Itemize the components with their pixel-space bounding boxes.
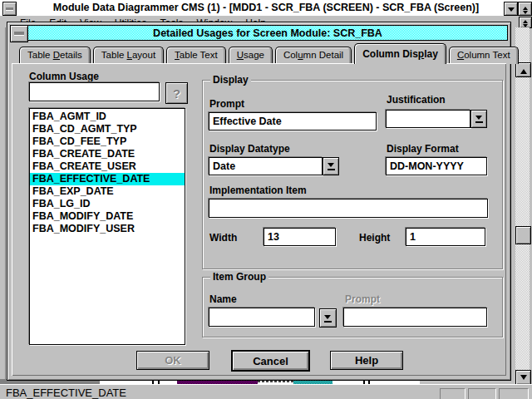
restore-icon: [523, 4, 528, 10]
tab-column-detail[interactable]: Column Detail: [275, 47, 352, 64]
display-datatype-dropdown-button[interactable]: [323, 157, 339, 175]
display-format-input[interactable]: [386, 157, 487, 175]
height-input[interactable]: [406, 228, 485, 246]
minimize-button[interactable]: [504, 2, 518, 16]
implementation-item-label: Implementation Item: [209, 185, 307, 196]
status-panel: [440, 388, 466, 399]
chevron-down-icon: [475, 115, 483, 123]
tab-panel-column-display: Column Usage ? FBA_AGMT_ID FBA_CD_AGMT_T…: [12, 63, 506, 376]
justification-combobox[interactable]: [386, 110, 487, 128]
scrollbar-thumb[interactable]: [515, 226, 531, 244]
column-usage-item[interactable]: FBA_AGMT_ID: [30, 111, 185, 123]
column-usage-item[interactable]: FBA_CD_AGMT_TYP: [30, 123, 185, 135]
column-usage-item[interactable]: FBA_CD_FEE_TYP: [30, 135, 185, 148]
item-group-prompt-input[interactable]: [343, 308, 487, 327]
scroll-down-icon: [520, 375, 527, 382]
tab-table-details[interactable]: Table Details: [19, 47, 91, 64]
chevron-down-icon: [328, 162, 335, 170]
item-group-legend: Item Group: [210, 271, 268, 283]
tab-column-display[interactable]: Column Display: [354, 43, 446, 64]
column-usage-item[interactable]: FBA_LG_ID: [30, 198, 185, 210]
vertical-scrollbar[interactable]: [515, 27, 530, 384]
display-datatype-value[interactable]: [209, 157, 323, 175]
prompt-label: Prompt: [209, 98, 244, 110]
question-mark-icon: ?: [173, 86, 180, 101]
status-bar: FBA_EFFECTIVE_DATE: [0, 384, 532, 399]
help-button[interactable]: Help: [330, 351, 403, 370]
prompt-input[interactable]: [209, 112, 377, 131]
mdi-window-frame: [0, 27, 6, 384]
dialog-system-menu-button[interactable]: [10, 25, 28, 42]
chevron-down-icon: [324, 314, 332, 323]
dialog-title: Detailed Usages for Screen Module: SCR_F…: [28, 27, 507, 39]
display-datatype-label: Display Datatype: [209, 143, 290, 155]
implementation-item-input[interactable]: [209, 199, 488, 218]
display-datatype-combobox[interactable]: [209, 157, 339, 175]
tab-table-layout[interactable]: Table Layout: [93, 47, 164, 64]
justification-value[interactable]: [386, 110, 470, 128]
dialog-titlebar: Detailed Usages for Screen Module: SCR_F…: [10, 25, 508, 41]
column-usage-item[interactable]: FBA_EXP_DATE: [30, 185, 185, 198]
item-group-prompt-label: Prompt: [345, 293, 380, 305]
item-group-name-dropdown-button[interactable]: [319, 308, 337, 328]
restore-button[interactable]: [518, 2, 532, 16]
lov-help-button[interactable]: ?: [165, 82, 188, 104]
column-usage-input[interactable]: [29, 82, 160, 101]
dialog-system-menu-icon: [14, 32, 24, 35]
ok-button[interactable]: OK: [136, 351, 209, 370]
column-usage-item[interactable]: FBA_EFFECTIVE_DATE: [30, 173, 185, 185]
mdi-restore-icon: [523, 17, 528, 23]
height-label: Height: [359, 232, 390, 244]
column-usage-label: Column Usage: [29, 71, 99, 82]
display-format-label: Display Format: [387, 143, 459, 155]
column-usage-item[interactable]: FBA_CREATE_USER: [30, 160, 185, 173]
tab-usage[interactable]: Usage: [229, 47, 273, 64]
tab-column-text[interactable]: Column Text: [449, 47, 519, 64]
status-panel: [499, 388, 529, 399]
tab-table-text[interactable]: Table Text: [166, 47, 226, 64]
detailed-usages-dialog: Detailed Usages for Screen Module: SCR_F…: [7, 22, 511, 381]
column-usage-item[interactable]: FBA_CREATE_DATE: [30, 148, 185, 160]
minimize-icon: [508, 7, 515, 15]
status-message: FBA_EFFECTIVE_DATE: [6, 387, 126, 399]
scroll-up-icon: [520, 66, 527, 74]
mdi-restore-button[interactable]: [519, 17, 532, 28]
main-window-title: Module Data Diagrammer CMS (1) - [MDD1 -…: [0, 2, 532, 13]
cancel-button[interactable]: Cancel: [232, 351, 309, 371]
column-usage-item[interactable]: FBA_MODIFY_DATE: [30, 210, 185, 223]
justification-label: Justification: [387, 94, 446, 106]
width-label: Width: [209, 232, 237, 244]
tab-strip: Table Details Table Layout Table Text Us…: [19, 43, 505, 64]
status-panel: [468, 388, 496, 399]
width-input[interactable]: [264, 228, 336, 246]
item-group-name-input[interactable]: [209, 308, 315, 327]
item-group-name-label: Name: [209, 293, 237, 305]
column-usage-item[interactable]: FBA_MODIFY_USER: [30, 223, 185, 235]
justification-dropdown-button[interactable]: [470, 110, 487, 128]
display-group-legend: Display: [210, 74, 251, 86]
scroll-up-button[interactable]: [515, 62, 531, 77]
column-usage-listbox[interactable]: FBA_AGMT_ID FBA_CD_AGMT_TYP FBA_CD_FEE_T…: [29, 108, 185, 345]
main-window-titlebar: Module Data Diagrammer CMS (1) - [MDD1 -…: [0, 0, 532, 17]
scroll-down-button[interactable]: [515, 370, 531, 385]
